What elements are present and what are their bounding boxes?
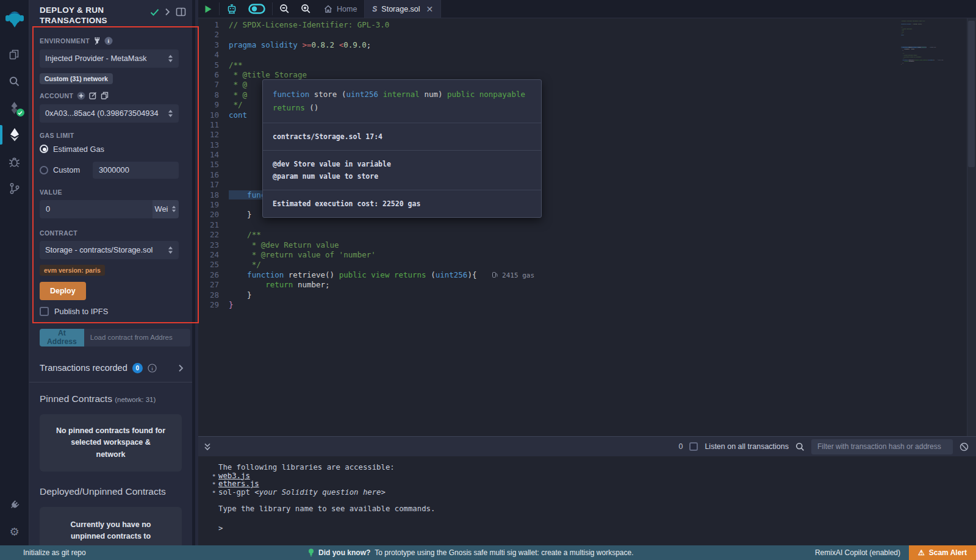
web3-link[interactable]: web3.js bbox=[218, 472, 250, 480]
account-value: 0xA03...85ac4 (0.398673504934 bbox=[45, 109, 168, 118]
terminal-filter-input[interactable] bbox=[811, 439, 953, 454]
custom-gas-input[interactable] bbox=[93, 162, 179, 179]
estimated-gas-label: Estimated Gas bbox=[53, 145, 104, 154]
file-explorer-icon[interactable] bbox=[0, 41, 29, 68]
tooltip-doc: @dev Store value in variable @param num … bbox=[263, 150, 541, 190]
transactions-info-icon[interactable]: i bbox=[148, 364, 157, 373]
tip-text: To prototype using the Gnosis safe multi… bbox=[375, 548, 633, 557]
editor-scrollbar[interactable] bbox=[967, 18, 976, 436]
transactions-recorded-label: Transactions recorded bbox=[40, 363, 127, 373]
tab-storage-sol[interactable]: S Storage.sol ✕ bbox=[364, 0, 441, 18]
code-line: 27 return number; bbox=[198, 280, 967, 290]
plug-icon[interactable] bbox=[93, 37, 101, 45]
compile-success-badge bbox=[16, 109, 24, 117]
gas-estimate-hint: 2415 gas bbox=[492, 271, 534, 279]
sol-gpt-hint: <your Solidity question here> bbox=[254, 488, 386, 497]
settings-gear-icon[interactable]: ⚙ bbox=[0, 519, 29, 545]
ai-copilot-robot-icon[interactable] bbox=[221, 0, 243, 18]
code-line: 2 bbox=[198, 30, 967, 40]
custom-gas-label: Custom bbox=[53, 165, 88, 174]
tooltip-doc-param: @param num value to store bbox=[273, 170, 531, 182]
deploy-run-panel: DEPLOY & RUN TRANSACTIONS ENVIRONMENT bbox=[29, 0, 195, 545]
git-icon[interactable] bbox=[0, 175, 29, 202]
copilot-status[interactable]: RemixAI Copilot (enabled) bbox=[815, 548, 900, 557]
code-line: 25 */ bbox=[198, 260, 967, 270]
terminal-hint: Type the library name to see available c… bbox=[218, 505, 976, 514]
value-unit-select[interactable]: Wei bbox=[152, 200, 179, 218]
tabbar-separator bbox=[272, 2, 273, 15]
tooltip-cost: Estimated execution cost: 22520 gas bbox=[263, 190, 541, 217]
terminal-output[interactable]: The following libraries are accessible: … bbox=[198, 456, 976, 545]
code-line: 1// SPDX-License-Identifier: GPL-3.0 bbox=[198, 20, 967, 30]
value-input[interactable] bbox=[40, 200, 152, 218]
remix-logo-icon[interactable] bbox=[0, 5, 29, 32]
ethers-link[interactable]: ethers.js bbox=[218, 479, 259, 488]
panel-divider bbox=[29, 382, 192, 382]
terminal-lib-item: sol-gpt <your Solidity question here> bbox=[218, 489, 976, 497]
network-badge: Custom (31) network bbox=[40, 73, 113, 84]
scam-alert-button[interactable]: ⚠ Scam Alert bbox=[909, 545, 976, 560]
terminal-lib-item: web3.js bbox=[218, 472, 976, 481]
code-line: 23 * @dev Return value bbox=[198, 240, 967, 250]
deployed-empty-alert: Currently you have no unpinned contracts… bbox=[40, 507, 182, 545]
activity-bar: ⚙ bbox=[0, 0, 29, 545]
ai-copilot-toggle[interactable] bbox=[243, 0, 271, 18]
tab-home[interactable]: Home bbox=[317, 0, 364, 18]
at-address-button[interactable]: At Address bbox=[40, 329, 84, 346]
git-init-button[interactable]: Initialize as git repo bbox=[23, 548, 86, 557]
terminal-lib-item: ethers.js bbox=[218, 480, 976, 489]
terminal-prompt[interactable]: > bbox=[218, 525, 976, 533]
sign-message-icon[interactable] bbox=[89, 92, 97, 99]
panel-check-icon bbox=[150, 9, 159, 16]
tooltip-path: contracts/Storage.sol 17:4 bbox=[263, 123, 541, 150]
tip-title: Did you know? bbox=[318, 548, 370, 557]
debugger-icon[interactable] bbox=[0, 148, 29, 175]
custom-gas-radio[interactable] bbox=[40, 166, 48, 174]
code-line: 26 function retrieve() public view retur… bbox=[198, 270, 967, 280]
deployed-contracts-title: Deployed/Unpinned Contracts bbox=[29, 486, 192, 497]
contract-select[interactable]: Storage - contracts/Storage.sol bbox=[40, 241, 179, 259]
at-address-input[interactable] bbox=[84, 329, 190, 346]
pin-panel-icon[interactable] bbox=[176, 7, 186, 16]
environment-select[interactable]: Injected Provider - MetaMask bbox=[40, 49, 179, 68]
code-editor[interactable]: 1// SPDX-License-Identifier: GPL-3.023pr… bbox=[198, 18, 976, 436]
plugin-manager-icon[interactable] bbox=[0, 492, 29, 519]
tooltip-signature: function store (uint256 internal num) pu… bbox=[263, 80, 541, 123]
transactions-expand-icon[interactable] bbox=[178, 364, 184, 372]
terminal-search-icon[interactable] bbox=[795, 442, 805, 451]
remix-ide: ⚙ DEPLOY & RUN TRANSACTIONS bbox=[0, 0, 976, 560]
add-account-icon[interactable] bbox=[77, 92, 85, 100]
code-line: 6 * @title Storage bbox=[198, 70, 967, 80]
solidity-compiler-icon[interactable] bbox=[0, 95, 29, 121]
search-icon[interactable] bbox=[0, 68, 29, 95]
publish-ipfs-checkbox[interactable] bbox=[40, 307, 49, 316]
terminal-tx-count: 0 bbox=[678, 442, 683, 451]
copy-account-icon[interactable] bbox=[101, 92, 109, 99]
value-unit: Wei bbox=[155, 204, 168, 214]
terminal-collapse-icon[interactable] bbox=[204, 443, 211, 451]
panel-title: DEPLOY & RUN TRANSACTIONS bbox=[40, 5, 131, 26]
account-select[interactable]: 0xA03...85ac4 (0.398673504934 bbox=[40, 104, 179, 123]
terminal-intro: The following libraries are accessible: bbox=[218, 464, 976, 472]
zoom-out-icon[interactable] bbox=[274, 0, 295, 18]
run-script-button[interactable] bbox=[198, 0, 218, 18]
gas-limit-label: GAS LIMIT bbox=[40, 132, 74, 139]
zoom-in-icon[interactable] bbox=[295, 0, 317, 18]
code-line: 3pragma solidity >=0.8.2 <0.9.0; bbox=[198, 40, 967, 50]
terminal-header: 0 Listen on all transactions bbox=[198, 436, 976, 456]
estimated-gas-radio[interactable] bbox=[40, 145, 48, 153]
panel-forward-icon[interactable] bbox=[165, 8, 170, 16]
svg-text:i: i bbox=[151, 365, 153, 371]
code-line: 29} bbox=[198, 300, 967, 310]
deploy-button[interactable]: Deploy bbox=[40, 282, 86, 300]
code-line: 28 } bbox=[198, 290, 967, 300]
environment-value: Injected Provider - MetaMask bbox=[45, 54, 168, 63]
clear-console-icon[interactable] bbox=[960, 442, 969, 451]
environment-label: ENVIRONMENT bbox=[40, 37, 90, 45]
tab-close-icon[interactable]: ✕ bbox=[426, 4, 434, 14]
editor-region: Home S Storage.sol ✕ 1// SPDX-License-Id… bbox=[198, 0, 976, 545]
deploy-run-icon[interactable] bbox=[0, 121, 29, 148]
environment-info-icon[interactable]: i bbox=[104, 37, 113, 45]
listen-all-checkbox[interactable] bbox=[689, 442, 698, 451]
tabbar-separator bbox=[219, 2, 220, 15]
